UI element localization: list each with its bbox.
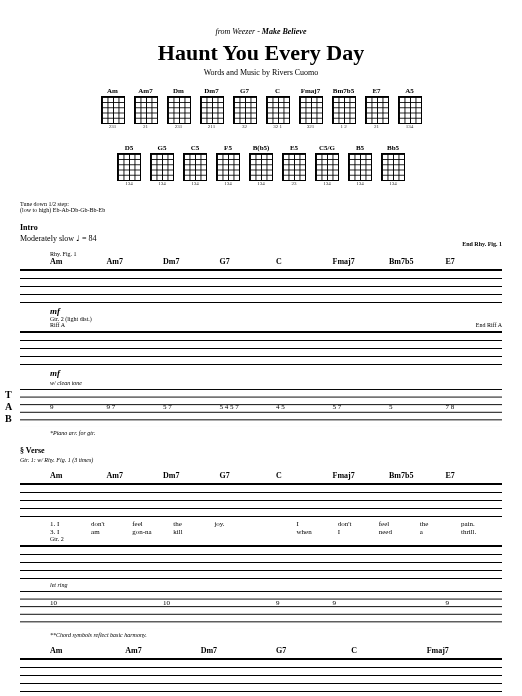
tablature: TAB 99 75 75 4 5 74 55 757 8: [20, 389, 502, 427]
tab-label: TAB: [5, 389, 12, 425]
footnote: *Piano arr. for gtr.: [20, 430, 502, 436]
chord-diagram: Dm231: [164, 87, 194, 129]
chord-diagram: E523: [279, 144, 309, 186]
chord-diagram: C5/G134: [312, 144, 342, 186]
song-title: Haunt You Every Day: [20, 40, 502, 66]
notation-staff: [20, 483, 502, 517]
end-riff-label: End Riff A: [476, 322, 502, 328]
verse-label: § Verse: [20, 446, 502, 455]
chord-diagram: D5134: [114, 144, 144, 186]
intro-label: Intro: [20, 223, 502, 232]
album-prefix: from Weezer -: [216, 27, 262, 36]
tab-numbers: 99 75 75 4 5 74 55 757 8: [20, 403, 502, 411]
chord-diagram: C32 1: [263, 87, 293, 129]
chord-diagram: G732: [230, 87, 260, 129]
credits: Words and Music by Rivers Cuomo: [20, 68, 502, 77]
notation-staff: [20, 545, 502, 579]
let-ring: let ring: [20, 582, 502, 588]
intro-system: Rhy. Fig. 1 End Rhy. Fig. 1 AmAm7Dm7G7CF…: [20, 251, 502, 436]
tone-instruction: w/ clean tone: [20, 380, 502, 386]
tuning-line: (low to high) Eb-Ab-Db-Gb-Bb-Eb: [20, 207, 502, 213]
chord-diagram: Bb5134: [378, 144, 408, 186]
chord-diagram: Am721: [131, 87, 161, 129]
notation-staff: [20, 269, 502, 303]
chord-diagram: G5134: [147, 144, 177, 186]
verse-system-2: AmAm7Dm7G7CFmaj7 Youwerejustatoy,Iamjust…: [20, 646, 502, 696]
chord-diagram: Fmaj7321: [296, 87, 326, 129]
chord-diagram: A5134: [395, 87, 425, 129]
end-rhy-label: End Rhy. Fig. 1: [462, 241, 502, 247]
chord-symbols: AmAm7Dm7G7CFmaj7: [20, 646, 502, 655]
chord-diagram: F5134: [213, 144, 243, 186]
chord-diagram: Am231: [98, 87, 128, 129]
notation-staff: End Riff A: [20, 331, 502, 365]
gtr2-label: Gtr. 2: [20, 536, 502, 542]
tab-numbers: 1010999: [20, 599, 502, 607]
lyrics-line: 3. Iamgon-nakillwhenIneedathrill.: [20, 528, 502, 536]
riff-a-label: Riff A: [20, 322, 502, 328]
chord-diagram: C5134: [180, 144, 210, 186]
tablature: 1010999: [20, 591, 502, 629]
notation-staff: [20, 658, 502, 692]
album-line: from Weezer - Make Believe: [20, 20, 502, 38]
chord-diagram-row: D5134G5134C5134F5134B(b5)134E523C5/G134B…: [20, 144, 502, 186]
chord-symbols: End Rhy. Fig. 1 AmAm7Dm7G7CFmaj7Bm7b5E7: [20, 257, 502, 266]
chord-diagram: E721: [362, 87, 392, 129]
chord-diagram: Bm7b51 2: [329, 87, 359, 129]
tuning-instruction: Tune down 1/2 step: (low to high) Eb-Ab-…: [20, 201, 502, 213]
lyrics-line: 1. Idon'tfeelthejoy.Idon'tfeelthepain.: [20, 520, 502, 528]
chord-diagram: B5134: [345, 144, 375, 186]
chord-diagram: B(b5)134: [246, 144, 276, 186]
chord-diagram-row: Am231Am721Dm231Dm7211G732C32 1Fmaj7321Bm…: [20, 87, 502, 129]
dynamic-marking: mf: [20, 306, 502, 316]
dynamic-marking: mf: [20, 368, 502, 378]
footnote: **Chord symbols reflect basic harmony.: [20, 632, 502, 638]
chord-diagram: Dm7211: [197, 87, 227, 129]
chord-symbols: AmAm7Dm7G7CFmaj7Bm7b5E7: [20, 471, 502, 480]
verse-system-1: AmAm7Dm7G7CFmaj7Bm7b5E7 1. Idon'tfeelthe…: [20, 471, 502, 638]
album-name: Make Believe: [262, 27, 307, 36]
gtr-instruction: Gtr. 1: w/ Rhy. Fig. 1 (3 times): [20, 457, 502, 463]
tempo-marking: Moderately slow ♩ = 84: [20, 234, 502, 243]
